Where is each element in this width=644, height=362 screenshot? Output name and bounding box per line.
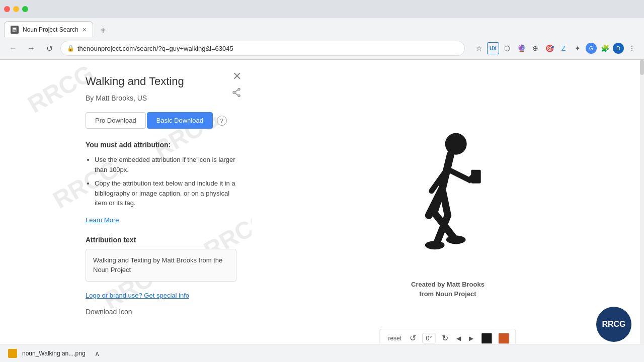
svg-point-6 <box>233 92 235 94</box>
arrow-right-button[interactable]: ▶ <box>467 334 475 343</box>
attribution-item-1: Use the embedded attribution if the icon… <box>95 155 236 174</box>
download-chevron[interactable]: ∧ <box>95 349 100 357</box>
browser-chrome: Noun Project Search × + ← → ↺ 🔒 thenounp… <box>0 0 644 60</box>
icon-title: Walking and Texting <box>86 75 236 88</box>
svg-point-4 <box>238 88 240 90</box>
refresh-button[interactable]: ↺ <box>42 41 56 55</box>
attribution-list: Use the embedded attribution if the icon… <box>95 155 236 208</box>
credit-line2: from Noun Project <box>419 290 476 298</box>
color-black-swatch[interactable] <box>481 333 493 344</box>
arrow-left-button[interactable]: ◀ <box>454 334 463 343</box>
learn-more-link[interactable]: Learn More <box>86 216 119 224</box>
ext-1[interactable]: ⬡ <box>501 42 513 54</box>
back-button[interactable]: ← <box>6 41 20 55</box>
rotate-left-button[interactable]: ↺ <box>408 332 418 344</box>
svg-point-5 <box>238 95 240 97</box>
icon-author: By Matt Brooks, US <box>86 94 236 102</box>
svg-point-9 <box>445 133 467 154</box>
title-bar <box>0 0 644 18</box>
svg-rect-2 <box>13 29 16 30</box>
rotation-angle: 0° <box>422 333 435 343</box>
svg-point-11 <box>425 240 445 249</box>
logo-special-info-link[interactable]: Logo or brand use? Get special info <box>86 292 236 299</box>
browser-toolbar: ← → ↺ 🔒 thenounproject.com/search/?q=guy… <box>0 37 644 59</box>
icon-credit: Created by Matt Brooks from Noun Project <box>411 280 485 299</box>
toolbar-extensions: ☆ UX ⬡ 🔮 ⊕ 🎯 Z ✦ G 🧩 D ⋮ <box>473 42 638 54</box>
tab-bar: Noun Project Search × + <box>0 18 644 37</box>
svg-rect-1 <box>13 28 16 29</box>
rrcg-text: RRCG <box>602 320 625 329</box>
attribution-item-2: Copy the attribution text below and incl… <box>95 178 236 208</box>
icon-preview <box>377 124 518 275</box>
color-orange-swatch[interactable] <box>499 333 510 344</box>
rrcg-circle: RRCG <box>596 307 631 342</box>
profile-icon[interactable]: D <box>613 43 624 54</box>
scrollbar-thumb[interactable] <box>640 60 644 75</box>
url-text: thenounproject.com/search/?q=guy+walking… <box>77 45 233 52</box>
download-file-icon <box>8 349 17 358</box>
bookmark-icon[interactable]: ☆ <box>473 42 485 54</box>
download-icon-label: Download Icon <box>86 308 132 316</box>
walking-texting-svg <box>387 129 508 269</box>
download-filename: noun_Walking an....png <box>22 350 86 357</box>
help-icon[interactable]: ? <box>217 116 227 126</box>
ext-3[interactable]: ⊕ <box>529 42 541 54</box>
attribution-section-title: Attribution text <box>86 236 236 244</box>
close-button[interactable]: ✕ <box>232 70 242 83</box>
page-content: RRCG RRCG RRCG RRCG RRCG RRCG RRCG RRCG … <box>0 60 644 362</box>
download-bar: noun_Walking an....png ∧ <box>0 344 644 362</box>
attribution-title: You must add attribution: <box>86 141 236 149</box>
credit-line1: Created by Matt Brooks <box>411 281 485 288</box>
lock-icon: 🔒 <box>67 45 74 52</box>
ext-2[interactable]: 🔮 <box>515 42 527 54</box>
new-tab-button[interactable]: + <box>95 23 111 37</box>
attribution-text-box: Walking and Texting by Matt Brooks from … <box>86 249 236 282</box>
svg-point-12 <box>446 235 466 244</box>
reset-button[interactable]: reset <box>386 334 404 343</box>
rotate-right-button[interactable]: ↻ <box>440 332 450 344</box>
share-button[interactable] <box>232 88 240 100</box>
pro-download-tab[interactable]: Pro Download <box>86 112 146 129</box>
ext-6[interactable]: ✦ <box>572 42 584 54</box>
tab-close-button[interactable]: × <box>83 26 87 34</box>
basic-download-tab[interactable]: Basic Download <box>147 112 213 129</box>
svg-line-8 <box>235 93 238 96</box>
tab-favicon <box>11 26 19 34</box>
forward-button[interactable]: → <box>24 41 38 55</box>
ext-puzzle[interactable]: 🧩 <box>599 42 611 54</box>
svg-rect-3 <box>13 31 15 32</box>
ext-g[interactable]: G <box>586 43 597 54</box>
download-tabs: Pro Download Basic Download ? <box>86 112 236 129</box>
active-tab[interactable]: Noun Project Search × <box>4 21 93 37</box>
tab-title: Noun Project Search <box>23 26 78 33</box>
ext-4[interactable]: 🎯 <box>543 42 555 54</box>
left-panel: ✕ Walking and Texting By Matt Brooks, US… <box>0 60 252 362</box>
svg-line-7 <box>235 89 238 92</box>
svg-rect-10 <box>471 169 480 183</box>
rrcg-logo: RRCG <box>584 304 644 344</box>
ext-5[interactable]: Z <box>557 42 570 54</box>
address-bar[interactable]: 🔒 thenounproject.com/search/?q=guy+walki… <box>60 41 465 56</box>
ext-ux[interactable]: UX <box>487 42 499 54</box>
menu-button[interactable]: ⋮ <box>626 42 638 54</box>
